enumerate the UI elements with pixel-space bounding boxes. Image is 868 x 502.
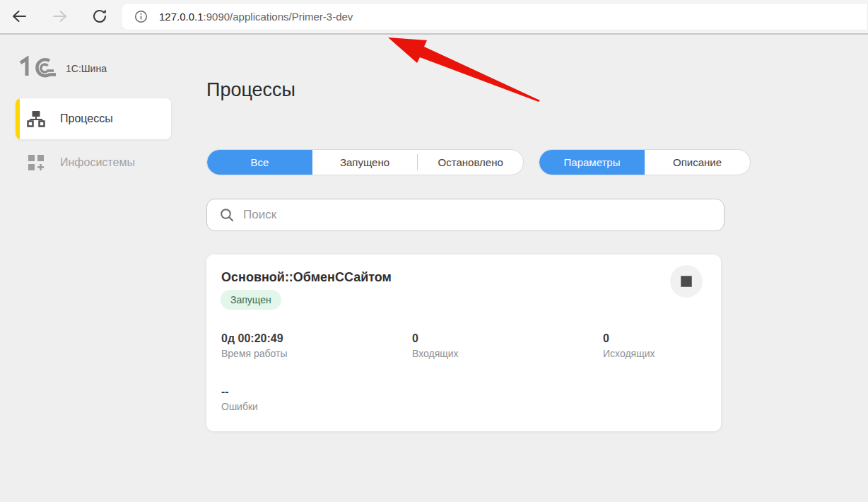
search-input[interactable]	[243, 208, 724, 222]
stat-uptime: 0д 00:20:49 Время работы	[221, 332, 412, 359]
stat-incoming: 0 Входящих	[412, 332, 603, 359]
refresh-icon	[91, 8, 108, 27]
sidebar-item-infosystems[interactable]: Инфосистемы	[0, 142, 185, 183]
browser-back-button[interactable]	[9, 7, 29, 27]
sidebar-item-label: Инфосистемы	[60, 156, 135, 169]
sidebar-item-processes[interactable]: Процессы	[16, 98, 171, 139]
sidebar-item-label: Процессы	[60, 112, 113, 125]
main-content: Процессы Все Запущено Остановлено Параме…	[206, 35, 758, 502]
search-box	[206, 199, 725, 231]
tab-description[interactable]: Описание	[645, 150, 750, 175]
status-badge: Запущен	[221, 290, 281, 310]
process-name: Основной::ОбменССайтом	[221, 270, 392, 285]
stat-label: Время работы	[221, 348, 412, 359]
stat-value: --	[221, 385, 412, 398]
stat-label: Входящих	[412, 348, 603, 359]
stat-value: 0д 00:20:49	[221, 332, 412, 345]
tab-parameters[interactable]: Параметры	[539, 150, 645, 175]
status-filter-group: Все Запущено Остановлено	[206, 149, 524, 175]
app-logo: 1С:Шина	[17, 57, 185, 80]
stat-errors: -- Ошибки	[221, 385, 412, 412]
address-bar[interactable]: 127.0.0.1:9090/applications/Primer-3-dev	[121, 3, 868, 30]
browser-forward-button[interactable]	[50, 7, 70, 27]
process-card: Основной::ОбменССайтом Запущен 0д 00:20:…	[206, 255, 721, 431]
filter-controls: Все Запущено Остановлено Параметры Описа…	[206, 149, 751, 175]
browser-refresh-button[interactable]	[90, 7, 110, 27]
stat-label: Ошибки	[221, 401, 412, 412]
stop-icon	[681, 276, 692, 287]
forward-icon	[52, 8, 69, 27]
browser-toolbar: 127.0.0.1:9090/applications/Primer-3-dev	[0, 0, 868, 33]
stop-process-button[interactable]	[670, 265, 703, 298]
page-title: Процессы	[206, 79, 295, 101]
filter-stopped-button[interactable]: Остановлено	[418, 150, 523, 175]
stat-value: 0	[412, 332, 603, 345]
filter-running-button[interactable]: Запущено	[312, 150, 418, 175]
info-icon[interactable]	[134, 10, 148, 23]
active-accent-bar	[16, 98, 20, 139]
stat-label: Исходящих	[603, 348, 720, 359]
url-path: :9090/applications/Primer-3-dev	[204, 11, 353, 23]
search-icon	[219, 207, 235, 223]
stat-outgoing: 0 Исходящих	[603, 332, 720, 359]
url-text[interactable]: 127.0.0.1:9090/applications/Primer-3-dev	[159, 11, 353, 23]
app-name: 1С:Шина	[66, 63, 107, 74]
back-icon	[11, 8, 28, 27]
grid-plus-icon	[27, 154, 45, 171]
process-stats: 0д 00:20:49 Время работы 0 Входящих 0 Ис…	[221, 332, 720, 412]
sidebar: 1С:Шина Процессы	[0, 35, 185, 502]
view-tabs-group: Параметры Описание	[539, 149, 751, 175]
sitemap-icon	[27, 110, 45, 127]
sidebar-nav: Процессы Инфосистемы	[0, 98, 185, 183]
stat-value: 0	[603, 332, 720, 345]
url-host: 127.0.0.1	[159, 11, 204, 23]
filter-all-button[interactable]: Все	[207, 150, 312, 175]
1c-logo-icon	[17, 56, 57, 81]
